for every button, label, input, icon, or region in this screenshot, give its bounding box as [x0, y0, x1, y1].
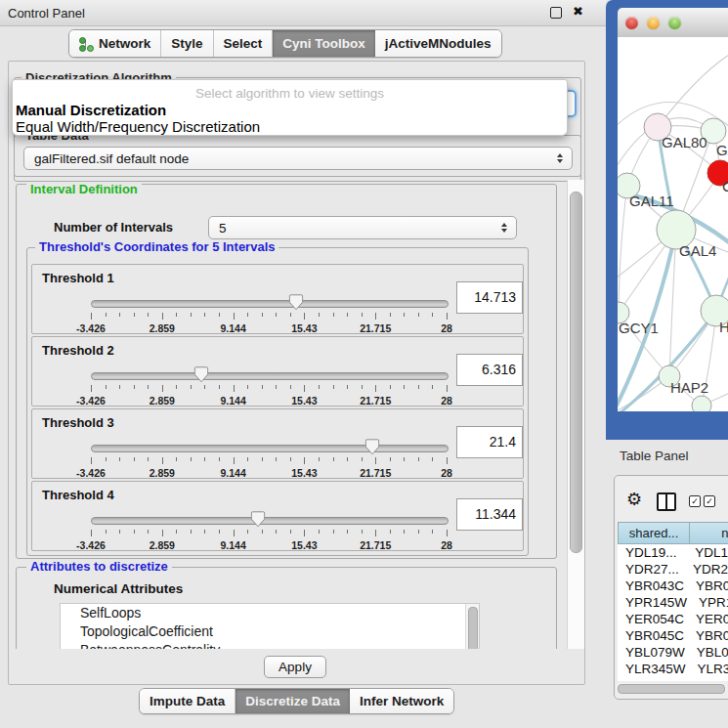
minimize-traffic-light-icon[interactable]	[647, 17, 660, 29]
slider-thumb[interactable]	[289, 294, 304, 311]
tick-mark	[262, 385, 263, 389]
threshold-1-value-field[interactable]: 14.713	[456, 281, 523, 314]
list-item[interactable]: SelfLoops	[61, 604, 479, 622]
list-scrollbar[interactable]	[465, 604, 479, 649]
close-icon[interactable]: ✖	[573, 4, 583, 20]
table-cell: YPR1	[687, 595, 728, 610]
column-header-name[interactable]: na	[690, 522, 728, 544]
number-of-intervals-combobox[interactable]: 5	[208, 216, 517, 239]
tick-mark	[91, 530, 92, 536]
tab-cyni-toolbox[interactable]: Cyni Toolbox	[273, 30, 375, 57]
tick-mark	[148, 530, 149, 534]
table-row[interactable]: YBR045CYBR0	[618, 627, 728, 644]
node-bottom[interactable]	[692, 396, 711, 411]
list-item[interactable]: BetweennessCentrality	[61, 641, 479, 649]
table-row[interactable]: YDR27...YDR2	[618, 561, 728, 578]
tab-impute-data-label: Impute Data	[150, 694, 225, 708]
tick-mark	[162, 385, 163, 392]
gear-icon[interactable]: ⚙	[626, 490, 642, 509]
tab-jactivemnodules[interactable]: jActiveMNodules	[375, 30, 501, 57]
tick-mark	[276, 530, 277, 534]
attributes-group: Attributes to discretize Numerical Attri…	[16, 567, 557, 649]
attributes-group-title: Attributes to discretize	[26, 559, 172, 574]
tick-label: 28	[441, 395, 452, 407]
threshold-1-panel: Threshold 1 -3.4262.8599.14415.4321.7152…	[31, 264, 524, 334]
table-row[interactable]: YER054CYER0	[618, 611, 728, 627]
slider-track[interactable]	[91, 517, 449, 525]
table-cell: YBR045C	[618, 628, 684, 643]
slider-track[interactable]	[91, 300, 449, 308]
threshold-3-value-field[interactable]: 21.4	[456, 426, 523, 458]
column-header-shared[interactable]: shared...	[618, 522, 690, 544]
number-of-intervals-label: Number of Intervals	[54, 220, 173, 235]
threshold-2-value-field[interactable]: 6.316	[456, 354, 523, 386]
tick-mark	[91, 457, 92, 464]
dropdown-placeholder-item[interactable]: Select algorithm to view settings	[13, 80, 567, 102]
tick-mark	[276, 385, 277, 389]
tick-mark	[191, 457, 192, 461]
slider-thumb[interactable]	[193, 366, 208, 383]
tick-label: 15.43	[291, 322, 317, 334]
tab-network[interactable]: Network	[69, 30, 161, 57]
float-window-icon[interactable]	[550, 7, 562, 19]
tick-mark	[447, 385, 448, 392]
tick-mark	[375, 313, 376, 320]
threshold-1-slider[interactable]: -3.4262.8599.14415.4321.71528	[91, 292, 447, 331]
network-canvas[interactable]: GAL80 GA C GAL11 GAL4 GCY1 H HAP2	[618, 37, 728, 411]
list-item[interactable]: TopologicalCoefficient	[61, 622, 479, 641]
tab-select[interactable]: Select	[214, 30, 274, 57]
table-row[interactable]: YIL052CYIL0	[618, 677, 728, 681]
threshold-2-slider[interactable]: -3.4262.8599.14415.4321.71528	[91, 364, 447, 404]
tab-infer-network[interactable]: Infer Network	[350, 689, 453, 713]
tick-mark	[362, 530, 363, 534]
tick-label: 9.144	[220, 467, 245, 479]
dropdown-item-equal-width[interactable]: Equal Width/Frequency Discretization	[13, 118, 567, 135]
scrollbar-thumb[interactable]	[618, 684, 725, 694]
table-row[interactable]: YBL079WYBL0	[618, 644, 728, 661]
table-cell: YBR0	[684, 578, 728, 593]
tick-mark	[219, 530, 220, 534]
table-row[interactable]: YLR345WYLR3	[618, 661, 728, 677]
threshold-4-slider[interactable]: -3.4262.8599.14415.4321.71528	[91, 509, 447, 548]
columns-icon[interactable]	[657, 492, 676, 511]
zoom-traffic-light-icon[interactable]	[668, 17, 681, 29]
scrollbar-thumb[interactable]	[570, 192, 582, 553]
tick-mark	[362, 457, 363, 461]
apply-button[interactable]: Apply	[264, 656, 326, 678]
control-panel-title: Control Panel	[8, 6, 85, 21]
slider-thumb[interactable]	[251, 511, 266, 528]
tick-label: -3.426	[76, 395, 106, 407]
tab-jactivemnodules-label: jActiveMNodules	[385, 36, 492, 51]
control-panel-titlebar: Control Panel	[0, 0, 606, 26]
threshold-4-value-field[interactable]: 11.344	[456, 498, 523, 531]
tab-discretize-data-label: Discretize Data	[245, 694, 340, 708]
tick-mark	[119, 530, 120, 534]
tick-mark	[432, 530, 433, 534]
thresholds-group-title: Threshold's Coordinates for 5 Intervals	[35, 239, 278, 254]
interval-definition-group-title: Interval Definition	[26, 182, 142, 196]
threshold-3-slider[interactable]: -3.4262.8599.14415.4321.71528	[91, 437, 447, 476]
checkbox-icon[interactable]: ✓	[704, 495, 715, 507]
table-row[interactable]: YBR043CYBR0	[618, 578, 728, 594]
close-traffic-light-icon[interactable]	[625, 17, 638, 29]
slider-track[interactable]	[91, 372, 449, 380]
table-row[interactable]: YDL19...YDL1	[618, 544, 728, 561]
main-vertical-scrollbar[interactable]	[567, 180, 584, 649]
slider-track[interactable]	[91, 445, 449, 452]
slider-thumb[interactable]	[364, 439, 379, 455]
tab-discretize-data[interactable]: Discretize Data	[236, 689, 350, 713]
tab-impute-data[interactable]: Impute Data	[140, 689, 236, 713]
table-cell: YDR2	[681, 562, 728, 577]
table-row[interactable]: YPR145WYPR1	[618, 594, 728, 611]
checkbox-icon[interactable]: ✓	[689, 495, 701, 507]
table-data-combobox[interactable]: galFiltered.sif default node	[23, 147, 573, 170]
table-cell: YDR27...	[618, 562, 681, 577]
label-gal4: GAL4	[679, 242, 716, 259]
tick-label: 15.43	[291, 467, 317, 479]
dropdown-item-manual-discretization[interactable]: Manual Discretization	[13, 102, 567, 118]
table-horizontal-scrollbar[interactable]	[616, 682, 727, 694]
tab-style[interactable]: Style	[161, 30, 213, 57]
tick-mark	[91, 313, 92, 320]
tick-mark	[204, 313, 205, 317]
algorithm-dropdown-popup: Select algorithm to view settings Manual…	[12, 79, 568, 136]
